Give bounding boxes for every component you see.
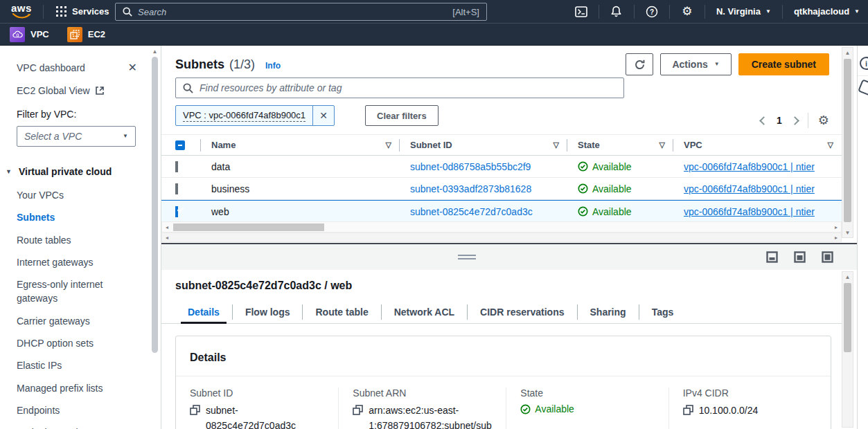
subnet-id-link[interactable]: subnet-0393adf2873b81628 (410, 183, 531, 194)
scrollbar-thumb[interactable] (152, 57, 158, 353)
scroll-up-icon[interactable]: ▲ (150, 48, 159, 55)
scroll-up-icon[interactable]: ▲ (842, 272, 853, 280)
scroll-down-icon[interactable]: ▼ (842, 228, 853, 236)
detail-vertical-scrollbar[interactable]: ▲ (842, 271, 853, 428)
close-sidebar-icon[interactable]: ✕ (128, 61, 137, 74)
tab-sharing[interactable]: Sharing (578, 300, 639, 323)
copy-icon[interactable] (683, 405, 693, 415)
scroll-right-icon[interactable]: ▸ (831, 224, 841, 230)
scrollbar-thumb[interactable] (844, 59, 851, 222)
sidebar-item-your-vpcs[interactable]: Your VPCs (17, 184, 130, 206)
help-button[interactable]: ? (643, 4, 661, 19)
chevron-down-icon: ▼ (6, 168, 12, 175)
sidebar-item-managed-prefix-lists[interactable]: Managed prefix lists (17, 377, 130, 399)
remove-filter-icon[interactable]: ✕ (313, 106, 334, 125)
sidebar-section-virtual-private-cloud[interactable]: ▼ Virtual private cloud (6, 166, 161, 177)
column-header-name[interactable]: Name (211, 140, 236, 150)
resource-filter-input[interactable] (200, 82, 617, 93)
previous-page-icon[interactable] (759, 116, 768, 125)
actions-button[interactable]: Actions ▼ (660, 53, 731, 75)
copy-icon[interactable] (190, 405, 200, 415)
sidebar-item-route-tables[interactable]: Route tables (17, 229, 130, 251)
sort-icon[interactable]: ▽ (659, 140, 665, 149)
sidebar-item-endpoints[interactable]: Endpoints (17, 399, 130, 421)
favorite-ec2[interactable]: EC2 (67, 27, 105, 42)
resource-filter-search[interactable] (175, 77, 624, 98)
sidebar-scrollbar[interactable]: ▲ (150, 48, 159, 422)
notifications-button[interactable] (608, 4, 626, 19)
sidebar-item-vpc-dashboard[interactable]: VPC dashboard (17, 62, 85, 73)
subnet-id-link[interactable]: subnet-0825c4e72d7c0ad3c (410, 206, 533, 217)
current-page[interactable]: 1 (777, 115, 782, 126)
sort-icon[interactable]: ▽ (828, 140, 833, 149)
table-horizontal-scrollbar[interactable]: ◂ ▸ (161, 221, 842, 232)
feedback-icon[interactable] (858, 79, 868, 96)
global-search[interactable]: [Alt+S] (115, 3, 487, 21)
create-subnet-button[interactable]: Create subnet (738, 53, 829, 75)
next-page-icon[interactable] (790, 116, 799, 125)
tab-flow-logs[interactable]: Flow logs (233, 300, 303, 323)
scroll-right-icon[interactable]: ▸ (831, 235, 841, 241)
vpc-link[interactable]: vpc-0066fd74af8b900c1 | ntier (684, 183, 815, 194)
panel-position-bottom-icon[interactable] (766, 251, 778, 263)
copy-icon[interactable] (353, 405, 363, 415)
status-available-icon (578, 183, 588, 194)
tab-details[interactable]: Details (175, 300, 232, 323)
settings-button[interactable]: ⚙ (678, 4, 696, 19)
tab-cidr-reservations[interactable]: CIDR reservations (468, 300, 576, 323)
divider (782, 5, 783, 19)
global-search-input[interactable] (138, 7, 447, 17)
tab-route-table[interactable]: Route table (303, 300, 380, 323)
info-panel-icon[interactable]: i (860, 57, 868, 70)
cloudshell-button[interactable] (572, 4, 590, 19)
sort-icon[interactable]: ▽ (386, 140, 391, 149)
panel-horizontal-scrollbar[interactable]: ◂ ▸ (161, 232, 842, 242)
clear-filters-button[interactable]: Clear filters (365, 105, 439, 126)
refresh-button[interactable] (626, 53, 653, 75)
table-row[interactable]: business subnet-0393adf2873b81628 Availa… (161, 178, 842, 200)
row-checkbox[interactable] (175, 206, 178, 217)
sidebar-item-dhcp-option-sets[interactable]: DHCP option sets (17, 332, 130, 354)
table-row[interactable]: data subnet-0d86758a5b55bc2f9 Available … (161, 156, 842, 178)
select-all-checkbox[interactable] (175, 140, 185, 150)
vpc-filter-select[interactable]: Select a VPC ▼ (17, 126, 136, 147)
panel-maximize-icon[interactable] (822, 251, 833, 263)
vpc-link[interactable]: vpc-0066fd74af8b900c1 | ntier (684, 206, 815, 217)
row-checkbox[interactable] (175, 161, 178, 172)
sort-icon[interactable]: ▽ (553, 140, 559, 149)
sidebar-item-ec2-global-view[interactable]: EC2 Global View (17, 85, 161, 96)
scroll-left-icon[interactable]: ◂ (162, 235, 172, 241)
scrollbar-thumb[interactable] (173, 223, 324, 231)
sidebar-item-egress-only-internet-gateways[interactable]: Egress-only internet gateways (17, 273, 130, 310)
external-link-icon (95, 86, 105, 95)
vpc-link[interactable]: vpc-0066fd74af8b900c1 | ntier (684, 161, 815, 172)
split-panel-drag-handle[interactable] (458, 255, 476, 262)
divider (858, 75, 868, 76)
column-header-vpc[interactable]: VPC (684, 140, 702, 150)
tab-tags[interactable]: Tags (639, 300, 687, 323)
subnet-id-link[interactable]: subnet-0d86758a5b55bc2f9 (410, 161, 531, 172)
sidebar-item-internet-gateways[interactable]: Internet gateways (17, 251, 130, 273)
scroll-left-icon[interactable]: ◂ (162, 224, 172, 230)
sidebar-item-elastic-ips[interactable]: Elastic IPs (17, 354, 130, 376)
info-link[interactable]: Info (265, 61, 281, 71)
sidebar-item-carrier-gateways[interactable]: Carrier gateways (17, 310, 130, 332)
account-menu[interactable]: qtkhajacloud ▼ (791, 6, 862, 17)
services-menu-button[interactable]: Services (56, 6, 109, 17)
sidebar-item-subnets[interactable]: Subnets (17, 206, 130, 228)
tab-network-acl[interactable]: Network ACL (382, 300, 467, 323)
aws-logo[interactable]: aws (11, 3, 35, 20)
panel-position-side-icon[interactable] (794, 251, 806, 263)
table-row-selected[interactable]: web subnet-0825c4e72d7c0ad3c Available v… (161, 200, 842, 223)
column-header-state[interactable]: State (578, 140, 600, 150)
scrollbar-thumb[interactable] (844, 283, 851, 352)
row-checkbox[interactable] (175, 183, 178, 194)
scroll-up-icon[interactable]: ▲ (842, 48, 853, 56)
table-preferences-icon[interactable]: ⚙ (818, 114, 829, 127)
sidebar-item-endpoint-services[interactable]: Endpoint services (17, 421, 130, 429)
region-selector[interactable]: N. Virginia ▼ (714, 6, 774, 17)
table-vertical-scrollbar[interactable]: ▲ ▼ (842, 47, 853, 238)
column-header-subnet-id[interactable]: Subnet ID (410, 140, 452, 150)
filter-chip-label[interactable]: VPC : vpc-0066fd74af8b900c1 (183, 110, 305, 122)
favorite-vpc[interactable]: VPC (10, 27, 49, 42)
